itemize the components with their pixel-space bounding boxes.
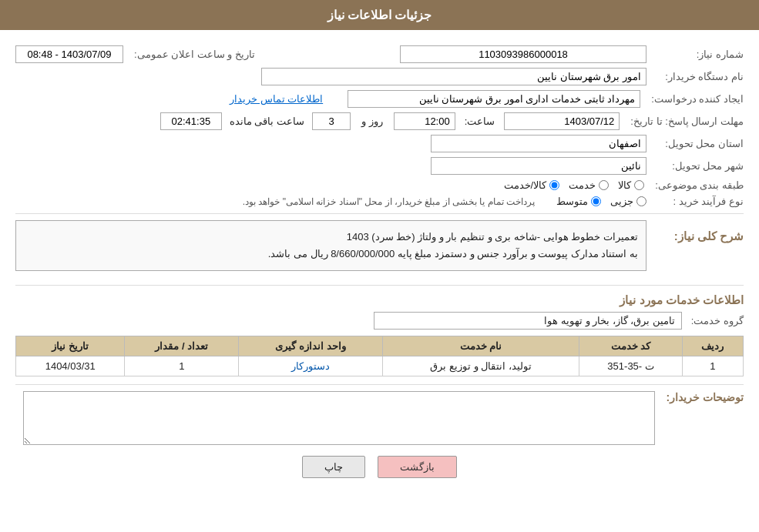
process-radio1[interactable]: جزیی (610, 196, 646, 207)
category-radio1[interactable]: کالا (618, 179, 644, 191)
category-row: طبقه بندی موضوعی: کالا خدمت کالا/خدمت (15, 179, 744, 191)
deadline-days-label: روز و (355, 115, 389, 127)
divider1 (15, 213, 744, 214)
need-number-label: شماره نیاز: (651, 49, 744, 60)
description-row: شرح کلی نیاز: تعمیرات خطوط هوایی -شاخه ب… (15, 220, 744, 279)
page-wrapper: جزئیات اطلاعات نیاز شماره نیاز: تاریخ و … (0, 0, 759, 532)
category-radio1-label: کالا (618, 179, 631, 191)
divider3 (15, 384, 744, 385)
province-label: استان محل تحویل: (651, 138, 744, 149)
group-label: گروه خدمت: (682, 315, 744, 326)
contact-link[interactable]: اطلاعات تماس خریدار (230, 93, 323, 105)
group-value: تامین برق، گاز، بخار و تهویه هوا (374, 312, 682, 330)
deadline-date-input[interactable] (504, 112, 620, 130)
process-radio2-label: متوسط (556, 196, 588, 207)
process-radio2-input[interactable] (591, 196, 601, 206)
category-radio3-input[interactable] (549, 180, 559, 190)
process-radio-group: جزیی متوسط پرداخت تمام یا بخشی از مبلغ خ… (243, 196, 646, 207)
group-row: گروه خدمت: تامین برق، گاز، بخار و تهویه … (15, 312, 744, 330)
province-input[interactable] (431, 135, 646, 152)
city-label: شهر محل تحویل: (651, 160, 744, 172)
category-radio2[interactable]: خدمت (569, 179, 609, 191)
services-table: ردیف کد خدمت نام خدمت واحد اندازه گیری ت… (15, 336, 744, 376)
col-unit: واحد اندازه گیری (239, 336, 382, 356)
process-label: نوع فرآیند خرید : (651, 196, 744, 207)
category-radio3-label: کالا/خدمت (504, 179, 547, 191)
need-number-input[interactable] (400, 45, 646, 63)
category-radio-group: کالا خدمت کالا/خدمت (504, 179, 645, 191)
page-title: جزئیات اطلاعات نیاز (0, 0, 759, 30)
content-area: شماره نیاز: تاریخ و ساعت اعلان عمومی: نا… (0, 38, 759, 497)
datetime-input[interactable] (15, 45, 123, 63)
need-number-row: شماره نیاز: تاریخ و ساعت اعلان عمومی: (15, 45, 744, 63)
org-name-row: نام دستگاه خریدار: (15, 68, 744, 85)
creator-input[interactable] (348, 90, 640, 108)
description-box: تعمیرات خطوط هوایی -شاخه بری و تنظیم بار… (15, 220, 646, 271)
deadline-label: مهلت ارسال پاسخ: تا تاریخ: (624, 115, 744, 127)
org-name-input[interactable] (261, 68, 646, 85)
col-code: کد خدمت (579, 336, 682, 356)
buyer-notes-textarea[interactable] (23, 391, 655, 445)
deadline-remaining-input[interactable] (160, 112, 222, 130)
process-radio1-label: جزیی (610, 196, 633, 207)
datetime-label: تاریخ و ساعت اعلان عمومی: (128, 49, 255, 60)
col-row: ردیف (682, 336, 743, 356)
category-radio2-input[interactable] (599, 180, 609, 190)
deadline-time-input[interactable] (394, 112, 455, 130)
province-row: استان محل تحویل: (15, 135, 744, 152)
process-row: نوع فرآیند خرید : جزیی متوسط پرداخت تمام… (15, 196, 744, 207)
divider2 (15, 285, 744, 286)
table-row: 1ت -35-351تولید، انتقال و توزیع برقدستور… (16, 356, 744, 376)
deadline-remaining-label: ساعت باقی مانده (227, 115, 307, 127)
category-label: طبقه بندی موضوعی: (649, 179, 744, 191)
description-line1: تعمیرات خطوط هوایی -شاخه بری و تنظیم بار… (24, 229, 638, 246)
org-name-label: نام دستگاه خریدار: (651, 71, 744, 82)
creator-row: ایجاد کننده درخواست: اطلاعات تماس خریدار (15, 90, 744, 108)
print-button[interactable]: چاپ (302, 456, 365, 478)
category-radio1-input[interactable] (634, 180, 644, 190)
service-info-title: اطلاعات خدمات مورد نیاز (15, 293, 744, 307)
col-date: تاریخ نیاز (16, 336, 125, 356)
deadline-row: مهلت ارسال پاسخ: تا تاریخ: ساعت: روز و س… (15, 112, 744, 130)
description-line2: به استناد مدارک پیوست و برآورد جنس و دست… (24, 246, 638, 263)
buyer-notes-row: توضیحات خریدار: (15, 391, 744, 445)
creator-label: ایجاد کننده درخواست: (645, 93, 744, 105)
process-radio2[interactable]: متوسط (556, 196, 601, 207)
col-name: نام خدمت (382, 336, 579, 356)
buttons-row: بازگشت چاپ (15, 456, 744, 478)
description-title: شرح کلی نیاز: (651, 229, 744, 243)
process-radio1-input[interactable] (636, 196, 646, 206)
category-radio2-label: خدمت (569, 179, 596, 191)
deadline-time-label: ساعت: (460, 115, 500, 127)
process-note: پرداخت تمام یا بخشی از مبلغ خریدار، از م… (243, 196, 547, 207)
category-radio3[interactable]: کالا/خدمت (504, 179, 560, 191)
deadline-days-input[interactable] (312, 112, 351, 130)
back-button[interactable]: بازگشت (378, 456, 457, 478)
city-row: شهر محل تحویل: (15, 157, 744, 175)
col-qty: تعداد / مقدار (125, 336, 239, 356)
buyer-notes-label: توضیحات خریدار: (660, 391, 744, 403)
city-input[interactable] (431, 157, 646, 175)
